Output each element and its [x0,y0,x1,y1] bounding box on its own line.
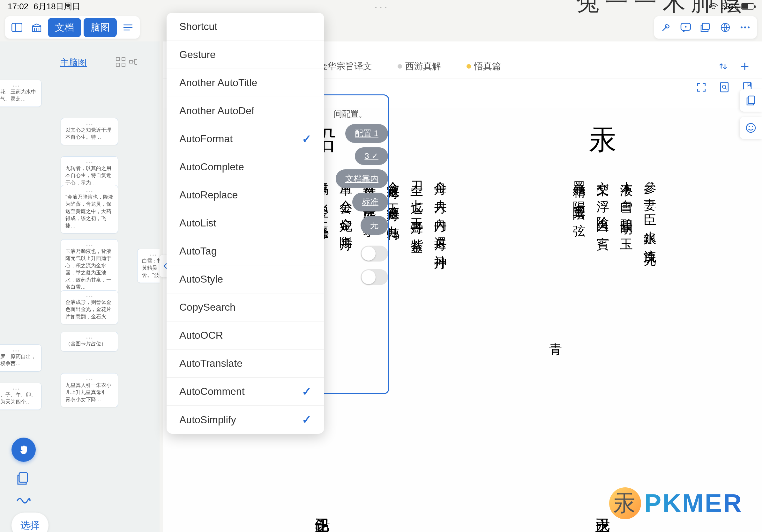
status-bar: 17:02 6月18日周日 • • • 53% [0,0,762,13]
page-heading: 汞 [462,121,743,159]
svg-rect-10 [122,57,125,61]
mindmap-card[interactable]: • • •玉液乃麟液也，皆液随元气以上升西蒲于心，积之流为金水国，举之凝为玉池水… [61,239,118,295]
svg-point-30 [752,126,753,127]
copy-tool-icon[interactable] [17,471,31,486]
svg-rect-11 [116,63,119,66]
select-button[interactable]: 选择 [12,512,48,532]
dropdown-item-autoformat[interactable]: AutoFormat✓ [167,125,324,153]
document-page-right: 汞 參 妻 臣 水銀 流珠兒木液 白雪 碧眼胡 玉交梨 浮 陰火白 賓黑龜精 陽… [462,121,743,519]
doc-text-column: 青 [547,171,565,335]
mindmap-card[interactable]: • • •白雪：指黄精昊舍。"波… [137,249,160,283]
svg-point-6 [741,27,742,29]
svg-line-25 [725,88,726,89]
dropdown-item-autostyle[interactable]: AutoStyle [167,265,324,294]
settings-chip[interactable]: 文档靠内 [336,169,388,188]
sidebar-toggle-icon[interactable] [8,19,26,36]
mindmap-card[interactable]: • • •九皇真人引一朱衣小儿上升九皇真母引一青衣小女下降… [61,373,118,407]
svg-rect-12 [122,63,125,66]
settings-chip[interactable]: 配置 1 [345,124,388,143]
settings-chip[interactable]: 3 ✓ [355,147,388,165]
battery-icon [741,3,754,10]
settings-chip[interactable]: 标准 [352,193,388,212]
doc-text-column: 金丹 大丹 內丹 還丹 神丹 [431,171,449,254]
pkmer-watermark: 汞 PKMER [609,487,743,519]
settings-note: 间配置。 [331,108,367,120]
svg-point-3 [685,26,687,28]
top-toolbar: 文档 脑图 [3,15,759,39]
add-tab-icon[interactable] [740,62,749,71]
svg-point-7 [744,27,746,29]
mindmap-card[interactable]: • • •以其心之知觉近于理本自心生。特… [61,118,118,145]
tab-sort-icon[interactable] [719,62,727,71]
svg-point-29 [749,126,750,127]
watermark-text: PKMER [644,489,743,518]
mindmap-title[interactable]: 主脑图 [60,57,87,69]
dropdown-item-autotranslate[interactable]: AutoTranslate [167,350,324,378]
settings-popover: 间配置。 配置 13 ✓文档靠内标准无 [331,99,388,285]
mindmap-card[interactable]: • • •（含图卡片占位） [61,332,118,352]
doc-mode-button[interactable]: 文档 [48,18,81,37]
list-icon[interactable] [119,19,137,36]
doc-text-column: 參 妻 臣 水銀 流珠兒 [641,171,659,335]
mindmap-card[interactable]: • • •金液成形，则曾体金色而出金光，金花片片如意翻，金石火… [61,290,118,324]
more-icon[interactable] [736,19,754,36]
wifi-icon [709,3,718,10]
globe-icon[interactable] [717,19,734,36]
settings-toggle-1[interactable] [360,245,388,262]
mindmap-panel: 主脑图 • • •金花：玉药为水中之气。灵芝…• • •以其心之知觉近于理本自心… [0,41,160,532]
wrench-icon[interactable] [657,19,675,36]
svg-point-24 [723,85,725,88]
mindmap-layout-icon[interactable] [115,57,126,67]
multitask-handle[interactable]: • • • [375,4,387,11]
svg-rect-9 [116,57,119,61]
doc-text-column: 交梨 浮 陰火白 賓 [594,171,612,335]
settings-toggle-2[interactable] [360,269,388,285]
svg-rect-14 [19,473,28,482]
svg-rect-0 [12,23,22,32]
doc-text-column: 刀圭 七返 玉壺丹 紫金 [408,171,426,254]
library-icon[interactable] [28,19,45,36]
mindmap-card[interactable]: • • •七、子、午、卯、酉为天为四个… [0,383,41,410]
svg-rect-23 [721,82,728,92]
dropdown-item-autolist[interactable]: AutoList [167,209,324,237]
hand-tool-button[interactable] [12,437,36,462]
dropdown-item-another-autodef[interactable]: Another AutoDef [167,97,324,125]
side-tab-emoji-icon[interactable] [740,117,762,139]
mindmap-card[interactable]: • • •"金液乃降液也，降液为陷蒸，含龙灵，保送至黄庭之中，大药得成，练之初，… [61,185,118,233]
doc-text-column: 木液 白雪 碧眼胡 玉 [617,171,635,335]
document-tab[interactable]: 悟真篇 [454,54,514,79]
mindmap-card[interactable]: • • •金花：玉药为水中之气。灵芝… [0,80,41,107]
dropdown-item-autotag[interactable]: AutoTag [167,237,324,265]
dropdown-item-autoocr[interactable]: AutoOCR [167,321,324,350]
doc-text-column: 黑龜精 陽中真陰 弦 [570,171,588,335]
dropdown-item-another-autotitle[interactable]: Another AutoTitle [167,69,324,97]
dropdown-item-copysearch[interactable]: CopySearch [167,294,324,321]
dropdown-item-autocomplete[interactable]: AutoComplete [167,153,324,181]
mindmap-card[interactable]: • • •罗罗，原药自出，自权争西… [0,345,41,371]
status-time: 17:02 [8,2,29,12]
svg-point-8 [748,27,750,29]
dropdown-item-autoreplace[interactable]: AutoReplace [167,181,324,209]
fullscreen-icon[interactable] [696,82,707,93]
dropdown-item-gesture[interactable]: Gesture [167,41,324,69]
search-doc-icon[interactable] [719,82,729,93]
scribble-tool-icon[interactable] [16,495,31,506]
status-date: 6月18日周日 [34,1,80,12]
mindmap-branch-icon[interactable] [129,57,139,67]
battery-percent: 53% [721,2,738,12]
chat-icon[interactable] [677,19,694,36]
side-tab-copy-icon[interactable] [740,89,762,112]
svg-rect-27 [748,96,755,104]
settings-chip[interactable]: 无 [360,216,388,235]
dropdown-item-autosimplify[interactable]: AutoSimplify✓ [167,406,324,434]
svg-rect-13 [129,61,133,63]
mindmap-mode-button[interactable]: 脑图 [84,18,117,37]
cards-icon[interactable] [697,19,714,36]
dropdown-item-autocomment[interactable]: AutoComment✓ [167,378,324,406]
svg-rect-4 [702,23,709,30]
watermark-glyph: 汞 [609,487,641,519]
dropdown-item-shortcut[interactable]: Shortcut [167,13,324,41]
svg-point-28 [746,123,755,132]
document-tab[interactable]: 西游真解 [385,54,454,79]
plugin-dropdown-menu: ShortcutGestureAnother AutoTitleAnother … [167,13,324,434]
